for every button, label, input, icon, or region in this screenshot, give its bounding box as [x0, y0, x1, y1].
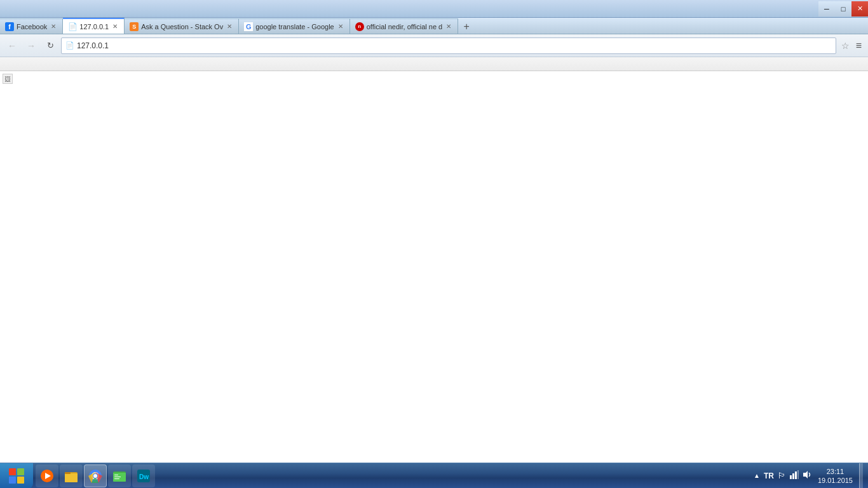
maximize-button[interactable]: □	[835, 1, 851, 17]
svg-rect-2	[9, 477, 16, 484]
svg-rect-16	[114, 477, 121, 477]
svg-rect-3	[17, 477, 24, 484]
new-tab-button[interactable]: +	[458, 20, 475, 34]
broken-image-icon: 🖼	[3, 74, 13, 84]
tab-close-facebook[interactable]: ✕	[50, 23, 57, 30]
tab-favicon-localhost: 📄	[68, 22, 77, 31]
svg-rect-20	[790, 475, 792, 479]
tab-label-localhost: 127.0.0.1	[79, 23, 109, 30]
forward-button[interactable]: →	[23, 37, 39, 54]
svg-rect-1	[17, 468, 24, 475]
system-clock[interactable]: 23:11 19.01.2015	[815, 467, 855, 485]
tab-google[interactable]: G google translate - Google ✕	[239, 18, 350, 34]
tab-localhost[interactable]: 📄 127.0.0.1 ✕	[63, 18, 125, 34]
tab-favicon-stackoverflow: S	[130, 22, 139, 31]
taskbar-media-player[interactable]	[36, 464, 58, 487]
volume-icon	[803, 470, 811, 479]
tab-label-stackoverflow: Ask a Question - Stack Ov	[141, 23, 223, 30]
explorer-icon	[64, 469, 78, 483]
chrome-menu-button[interactable]: ≡	[853, 40, 864, 51]
tray-network-icon[interactable]	[790, 470, 799, 481]
bookmark-star-button[interactable]: ☆	[841, 41, 850, 51]
svg-rect-15	[114, 475, 118, 475]
tray-show-hidden[interactable]: ▲	[754, 472, 760, 479]
svg-rect-23	[797, 470, 799, 479]
chrome-icon	[88, 469, 102, 483]
tab-close-localhost[interactable]: ✕	[111, 23, 119, 30]
taskbar-file-manager[interactable]	[108, 464, 131, 487]
tab-facebook[interactable]: f Facebook ✕	[0, 18, 63, 34]
taskbar-chrome[interactable]	[84, 464, 107, 487]
file-manager-icon	[112, 469, 126, 483]
tab-label-google: google translate - Google	[255, 23, 334, 30]
tab-nedir[interactable]: n official nedir, official ne d ✕	[350, 18, 458, 34]
tab-favicon-google: G	[244, 22, 253, 31]
tab-label-facebook: Facebook	[17, 23, 47, 30]
refresh-button[interactable]: ↻	[42, 37, 58, 54]
taskbar: Dw ▲ TR 🏳 23:11	[0, 463, 868, 488]
tab-bar: f Facebook ✕ 📄 127.0.0.1 ✕ S Ask a Quest…	[0, 18, 868, 34]
svg-rect-7	[65, 473, 78, 482]
svg-rect-22	[795, 471, 797, 479]
svg-rect-17	[114, 478, 119, 479]
windows-logo-icon	[8, 468, 25, 484]
svg-marker-24	[803, 471, 808, 478]
media-player-icon	[40, 469, 54, 483]
address-bar[interactable]: 📄 127.0.0.1	[61, 37, 836, 54]
tab-close-stackoverflow[interactable]: ✕	[226, 23, 233, 30]
start-button[interactable]	[0, 463, 33, 489]
tab-close-google[interactable]: ✕	[337, 23, 344, 30]
network-bars-icon	[790, 470, 799, 479]
minimize-button[interactable]: ─	[818, 1, 835, 17]
page-content: 🖼	[0, 71, 868, 463]
tray-volume-icon[interactable]	[803, 470, 811, 481]
taskbar-dreamweaver[interactable]: Dw	[132, 464, 155, 487]
close-button[interactable]: ✕	[851, 1, 868, 17]
address-text: 127.0.0.1	[77, 41, 832, 50]
dreamweaver-icon: Dw	[137, 469, 151, 483]
clock-date: 19.01.2015	[818, 476, 853, 485]
tab-stackoverflow[interactable]: S Ask a Question - Stack Ov ✕	[125, 18, 239, 34]
page-icon: 📄	[65, 41, 74, 50]
taskbar-explorer[interactable]	[60, 464, 83, 487]
svg-rect-21	[792, 473, 794, 479]
svg-rect-8	[65, 472, 71, 474]
system-tray: ▲ TR 🏳 23:11 19.01.2015	[749, 463, 868, 489]
bookmarks-bar	[0, 57, 868, 71]
back-button[interactable]: ←	[4, 37, 20, 54]
tab-label-nedir: official nedir, official ne d	[367, 23, 442, 30]
tab-favicon-nedir: n	[355, 22, 364, 31]
svg-text:Dw: Dw	[139, 473, 149, 480]
tray-language[interactable]: TR	[764, 471, 774, 480]
tab-close-nedir[interactable]: ✕	[445, 23, 452, 30]
address-bar-row: ← → ↻ 📄 127.0.0.1 ☆ ≡	[0, 34, 868, 57]
svg-rect-0	[9, 468, 16, 475]
window-titlebar: ─ □ ✕	[0, 0, 868, 18]
tab-favicon-facebook: f	[5, 22, 14, 31]
tray-flag-icon[interactable]: 🏳	[778, 471, 786, 480]
window-controls: ─ □ ✕	[818, 0, 868, 18]
show-desktop-button[interactable]	[859, 463, 863, 489]
clock-time: 23:11	[827, 467, 844, 476]
svg-point-12	[93, 474, 97, 478]
taskbar-items: Dw	[33, 464, 749, 487]
